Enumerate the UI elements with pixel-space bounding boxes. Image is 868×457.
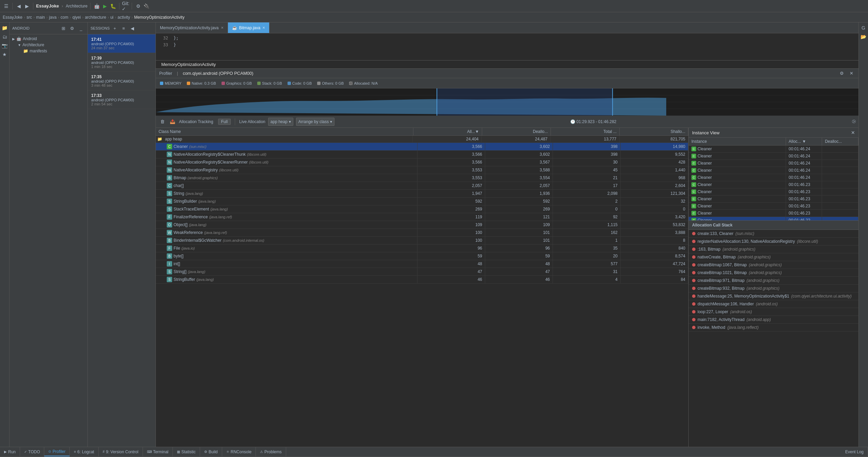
forward-icon[interactable]: ▶ xyxy=(23,3,30,10)
export-icon[interactable]: 📤 xyxy=(169,118,176,125)
breadcrumb-main[interactable]: main xyxy=(36,15,45,20)
breadcrumb-ui[interactable]: ui xyxy=(110,15,113,20)
instance-row-10[interactable]: C Cleaner 00:01:46.2? xyxy=(689,217,858,220)
table-row-6[interactable]: S String (java.lang) 1,947 1,936 2,098 1… xyxy=(156,190,688,198)
call-stack-item-2[interactable]: :163, Bitmap (android.graphics) xyxy=(689,246,858,253)
gear-icon[interactable]: ⚙ xyxy=(68,24,76,32)
table-row-5[interactable]: C char[] 2,057 2,057 17 2,604 xyxy=(156,182,688,190)
tab-run[interactable]: ▶ Run xyxy=(0,447,20,456)
back-nav-icon[interactable]: ◀ xyxy=(129,24,136,32)
menu-icon[interactable]: ☰ xyxy=(3,3,10,10)
table-row-0[interactable]: C Cleaner (sun.misc) 3,566 3,602 398 14,… xyxy=(156,143,688,151)
tab-version-control[interactable]: # 9: Version Control xyxy=(99,447,143,456)
table-row-10[interactable]: O Object[] (java.lang) 109 109 1,115 53,… xyxy=(156,221,688,229)
settings-icon[interactable]: ⚙ xyxy=(135,3,142,10)
tab-bitmap[interactable]: ☕ Bitmap.java ✕ xyxy=(228,22,270,33)
th-dealloc[interactable]: Deallo... xyxy=(482,128,551,135)
tab-profiler[interactable]: ⊙ Profiler xyxy=(44,447,70,456)
table-row-14[interactable]: B byte[] 59 59 20 8,574 xyxy=(156,252,688,260)
table-row-2[interactable]: N NativeAllocationRegistry$CleanerRunner… xyxy=(156,158,688,166)
table-row-8[interactable]: S StackTraceElement (java.lang) 269 269 … xyxy=(156,205,688,213)
table-row-16[interactable]: S String[] (java.lang) 47 47 31 764 xyxy=(156,268,688,276)
explorer-icon[interactable]: 📂 xyxy=(859,33,868,41)
call-stack-item-8[interactable]: handleMessage:25, MemoryOptimizationActi… xyxy=(689,292,858,300)
add-session-icon[interactable]: + xyxy=(111,24,118,32)
git-icon[interactable]: Git: ✓ xyxy=(122,3,129,10)
tab-terminal[interactable]: ⌨ Terminal xyxy=(143,447,173,456)
table-row-11[interactable]: W WeakReference (java.lang.ref) 100 101 … xyxy=(156,229,688,237)
gradle-icon[interactable]: G xyxy=(859,24,868,32)
back-icon[interactable]: ◀ xyxy=(15,3,22,10)
call-stack-item-0[interactable]: create:133, Cleaner (sun.misc) xyxy=(689,230,858,238)
th-total[interactable]: Total ... xyxy=(551,128,620,135)
call-stack-item-9[interactable]: dispatchMessage:106, Handler (android.os… xyxy=(689,300,858,308)
call-stack-item-4[interactable]: createBitmap:1067, Bitmap (android.graph… xyxy=(689,261,858,269)
breadcrumb-activity[interactable]: activity xyxy=(117,15,130,20)
filter-icon[interactable]: ⧁ xyxy=(852,119,856,124)
android-icon[interactable]: 🤖 xyxy=(93,3,100,10)
instance-row-6[interactable]: C Cleaner 00:01:46.23 xyxy=(689,188,858,196)
structure-icon[interactable]: 🗂 xyxy=(1,33,9,41)
instance-row-0[interactable]: C Cleaner 00:01:46.24 xyxy=(689,146,858,153)
tree-manifests[interactable]: 📁 manifests xyxy=(20,48,87,54)
th-classname[interactable]: Class Name xyxy=(156,128,413,135)
captures-icon[interactable]: 📷 xyxy=(1,41,9,50)
call-stack-item-3[interactable]: nativeCreate, Bitmap (android.graphics) xyxy=(689,253,858,261)
instance-row-9[interactable]: C Cleaner 00:01:46.23 xyxy=(689,210,858,217)
tab-memory-activity[interactable]: MemoryOptimizationActivity.java ✕ xyxy=(156,22,228,33)
plugins-icon[interactable]: 🔌 xyxy=(143,3,150,10)
arrange-by-dropdown[interactable]: Arrange by class ▾ xyxy=(296,118,334,126)
table-row-9[interactable]: F FinalizerReference (java.lang.ref) 119… xyxy=(156,213,688,221)
list-icon[interactable]: ≡ xyxy=(120,24,127,32)
tree-architecture[interactable]: ▼ Architecture xyxy=(15,42,87,48)
instance-row-4[interactable]: C Cleaner 00:01:46.24 xyxy=(689,174,858,181)
settings-profiler-icon[interactable]: ⚙ xyxy=(838,70,846,77)
tab-event-log[interactable]: Event Log xyxy=(841,447,868,456)
call-stack-item-6[interactable]: createBitmap:971, Bitmap (android.graphi… xyxy=(689,277,858,285)
table-row-1[interactable]: N NativeAllocationRegistry$CleanerThunk … xyxy=(156,151,688,158)
table-row-17[interactable]: S StringBuffer (java.lang) 46 46 4 84 xyxy=(156,276,688,284)
tab-todo[interactable]: ✓ TODO xyxy=(20,447,44,456)
project-icon[interactable]: 📁 xyxy=(1,24,9,32)
breadcrumb-architecture[interactable]: architecture xyxy=(85,15,106,20)
instance-row-1[interactable]: C Cleaner 00:01:46.24 xyxy=(689,153,858,160)
th-alloc[interactable]: All... ▼ xyxy=(413,128,482,135)
call-stack-item-7[interactable]: createBitmap:932, Bitmap (android.graphi… xyxy=(689,285,858,292)
delete-icon[interactable]: 🗑 xyxy=(159,118,166,125)
th-shallow[interactable]: Shallo... xyxy=(620,128,688,135)
call-stack-item-10[interactable]: loop:227, Looper (android.os) xyxy=(689,308,858,316)
debug-icon[interactable]: 🐛 xyxy=(110,3,116,10)
table-row-13[interactable]: F File (java.io) 96 96 35 840 xyxy=(156,244,688,252)
breadcrumb-src[interactable]: src xyxy=(27,15,32,20)
breadcrumb-com[interactable]: com xyxy=(61,15,68,20)
close-profiler-icon[interactable]: ✕ xyxy=(848,70,855,77)
group-row-appheap[interactable]: 📁 app heap 24,404 24,487 13,777 821,705 xyxy=(156,136,688,143)
tab-statistic[interactable]: ▦ Statistic xyxy=(173,447,200,456)
tab-build[interactable]: ⚙ Build xyxy=(200,447,222,456)
breadcrumb-qiyei[interactable]: qiyei xyxy=(72,15,81,20)
instance-row-2[interactable]: C Cleaner 00:01:46.24 xyxy=(689,160,858,167)
session-item-1[interactable]: 17:39 android (OPPO PCAM00) 1 min 18 sec xyxy=(88,53,155,72)
session-item-3[interactable]: 17:33 android (OPPO PCAM00) 2 min 54 sec xyxy=(88,90,155,109)
app-heap-dropdown[interactable]: app heap ▾ xyxy=(268,118,293,126)
tab-rnconsole[interactable]: ⚛ RNConsole xyxy=(222,447,256,456)
favorites-icon[interactable]: ★ xyxy=(1,50,9,58)
instance-row-7[interactable]: C Cleaner 00:01:46.23 xyxy=(689,196,858,203)
call-stack-item-1[interactable]: registerNativeAllocation:130, NativeAllo… xyxy=(689,238,858,246)
tab-close-bitmap[interactable]: ✕ xyxy=(262,26,265,30)
tree-android[interactable]: ▶ 🤖 Android xyxy=(10,36,87,42)
table-row-12[interactable]: B BinderInternal$GcWatcher (com.android.… xyxy=(156,237,688,244)
table-row-4[interactable]: B Bitmap (android.graphics) 3,553 3,554 … xyxy=(156,174,688,182)
table-row-7[interactable]: S StringBuilder (java.lang) 592 592 2 32 xyxy=(156,198,688,205)
instance-row-3[interactable]: C Cleaner 00:01:46.24 xyxy=(689,167,858,174)
tab-problems[interactable]: ⚠ Problems xyxy=(256,447,286,456)
tab-logcat[interactable]: ≡ 6: Logcat xyxy=(70,447,98,456)
full-dropdown[interactable]: Full xyxy=(218,119,231,125)
run-icon[interactable]: ▶ xyxy=(101,3,108,10)
breadcrumb-java[interactable]: java xyxy=(49,15,56,20)
scope-icon[interactable]: ⊞ xyxy=(60,24,67,32)
table-row-15[interactable]: I int[] 48 48 577 47,724 xyxy=(156,260,688,268)
breadcrumb-essayjoke[interactable]: EssayJoke xyxy=(3,15,22,20)
minimize-icon[interactable]: _ xyxy=(77,24,85,32)
breadcrumb-class[interactable]: MemoryOptimizationActivity xyxy=(134,15,184,20)
